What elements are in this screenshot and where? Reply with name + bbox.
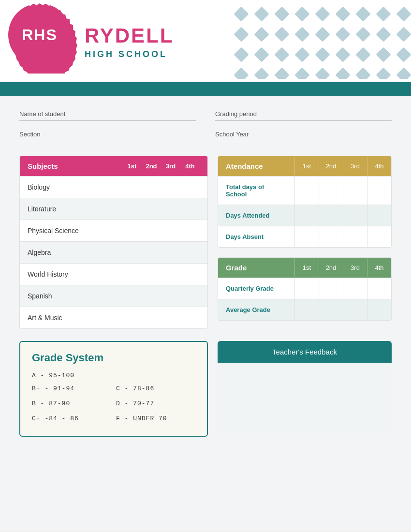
- grade-row-label: Quarterly Grade: [218, 278, 294, 299]
- section-label: Section: [19, 131, 196, 141]
- grade-scale-bplus: B+ - 91-94: [32, 385, 111, 392]
- student-info-row: Name of student Section Grading period S…: [19, 110, 392, 141]
- grading-period-label: Grading period: [215, 110, 392, 121]
- school-logo: RHS: [13, 8, 67, 62]
- subject-row: Literature: [20, 198, 207, 220]
- school-year-field: School Year: [215, 131, 392, 141]
- subjects-period-4th: 4th: [180, 163, 200, 170]
- grade-rows: Quarterly Grade Average Grade: [218, 278, 391, 320]
- grade-scale-d: D - 70-77: [116, 400, 195, 407]
- att-row-label: Days Absent: [218, 226, 294, 247]
- teal-divider: [0, 82, 411, 96]
- att-period-3rd: 3rd: [343, 157, 367, 176]
- grade-header-label: Grade: [218, 258, 294, 278]
- grade-scale-b: B - 87-90: [32, 400, 111, 407]
- grade-period-2nd: 2nd: [319, 258, 343, 277]
- attendance-row: Days Absent: [218, 226, 391, 247]
- attendance-header-label: Atendance: [218, 156, 294, 176]
- subjects-period-2nd: 2nd: [142, 163, 161, 170]
- subject-row: Art & Music: [20, 307, 207, 328]
- subject-row: Algebra: [20, 241, 207, 263]
- subject-name: World History: [28, 270, 122, 278]
- attendance-row: Days Attended: [218, 205, 391, 226]
- attendance-row: Total days of School: [218, 176, 391, 205]
- grade-period-4th: 4th: [367, 258, 391, 277]
- feedback-body: [218, 363, 392, 430]
- subjects-col-label: Subjects: [28, 162, 122, 170]
- subjects-period-1st: 1st: [122, 163, 142, 170]
- att-period-4th: 4th: [367, 157, 391, 176]
- header: RHS RYDELL HIGH SCHOOL: [0, 0, 411, 82]
- subjects-header: Subjects 1st 2nd 3rd 4th: [20, 156, 207, 176]
- grade-system-box: Grade System A - 95-100 B+ - 91-94 C - 7…: [19, 341, 208, 437]
- left-info: Name of student Section: [19, 110, 196, 141]
- subject-name: Spanish: [28, 292, 122, 300]
- subject-row: Physical Science: [20, 220, 207, 241]
- name-field: Name of student: [19, 110, 196, 121]
- school-year-label: School Year: [215, 131, 392, 141]
- grade-period-3rd: 3rd: [343, 258, 367, 277]
- subject-name: Art & Music: [28, 314, 122, 322]
- grading-period-field: Grading period: [215, 110, 392, 121]
- logo-initials: RHS: [22, 26, 58, 44]
- section-field: Section: [19, 131, 196, 141]
- attendance-rows: Total days of School Days Attended Days …: [218, 176, 391, 247]
- feedback-header: Teacher's Feedback: [218, 341, 392, 363]
- tables-row: Subjects 1st 2nd 3rd 4th Biology Literat…: [19, 156, 392, 329]
- grade-scale-cplus: C+ -84 - 86: [32, 415, 111, 422]
- diamond-pattern-svg: [231, 4, 411, 79]
- school-info: RYDELL HIGH SCHOOL: [85, 24, 174, 59]
- subjects-period-3rd: 3rd: [161, 163, 180, 170]
- subject-row: Spanish: [20, 285, 207, 307]
- grade-scale-grid: B+ - 91-94 C - 78-86 B - 87-90 D - 70-77…: [32, 385, 195, 426]
- attendance-table: Atendance 1st 2nd 3rd 4th Total days of …: [218, 156, 392, 248]
- subject-name: Physical Science: [28, 227, 122, 235]
- right-info: Grading period School Year: [215, 110, 392, 141]
- subject-name: Algebra: [28, 249, 122, 256]
- grade-row-label: Average Grade: [218, 299, 294, 320]
- attendance-header: Atendance 1st 2nd 3rd 4th: [218, 156, 391, 176]
- subject-row: World History: [20, 263, 207, 285]
- grade-row: Average Grade: [218, 299, 391, 320]
- header-pattern: [227, 0, 411, 75]
- grade-scale-c: C - 78-86: [116, 385, 195, 392]
- feedback-box: Teacher's Feedback: [218, 341, 392, 437]
- grade-header: Grade 1st 2nd 3rd 4th: [218, 258, 391, 278]
- subject-name: Literature: [28, 205, 122, 213]
- subject-row: Biology: [20, 176, 207, 198]
- grade-scale-a: A - 95-100: [32, 372, 195, 379]
- right-panel: Atendance 1st 2nd 3rd 4th Total days of …: [218, 156, 392, 329]
- bottom-row: Grade System A - 95-100 B+ - 91-94 C - 7…: [19, 341, 392, 437]
- school-name: RYDELL: [85, 24, 174, 47]
- subject-rows: Biology Literature Physical Science Alge…: [20, 176, 207, 328]
- svg-rect-1: [231, 4, 411, 79]
- grade-table: Grade 1st 2nd 3rd 4th Quarterly Grade Av…: [218, 257, 392, 321]
- subjects-table: Subjects 1st 2nd 3rd 4th Biology Literat…: [19, 156, 208, 329]
- subject-name: Biology: [28, 183, 122, 191]
- school-subtitle: HIGH SCHOOL: [85, 49, 174, 59]
- att-row-label: Total days of School: [218, 177, 294, 205]
- grade-period-1st: 1st: [294, 258, 319, 277]
- att-period-1st: 1st: [294, 157, 319, 176]
- main-content: Name of student Section Grading period S…: [0, 96, 411, 531]
- grade-scale-f: F - UNDER 70: [116, 415, 195, 422]
- grade-system-title: Grade System: [32, 352, 195, 364]
- att-row-label: Days Attended: [218, 205, 294, 226]
- att-period-2nd: 2nd: [319, 157, 343, 176]
- name-label: Name of student: [19, 110, 196, 121]
- grade-row: Quarterly Grade: [218, 278, 391, 299]
